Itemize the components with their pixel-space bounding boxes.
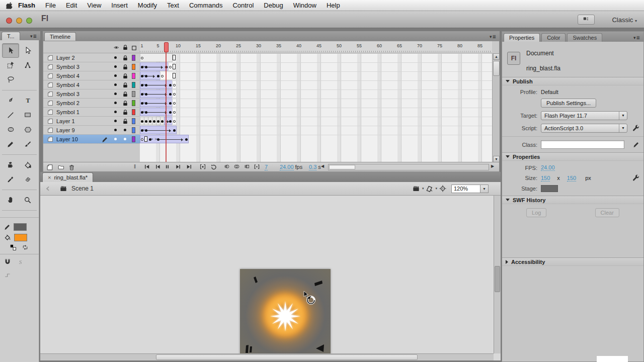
edit-symbols-button[interactable] (426, 185, 433, 192)
menu-flash[interactable]: Flash (13, 0, 40, 11)
stage-horizontal-scrollbar[interactable] (40, 353, 494, 360)
menu-insert[interactable]: Insert (106, 0, 133, 11)
ink-bottle-tool[interactable] (2, 157, 19, 172)
layer-lock-icon[interactable] (122, 73, 128, 79)
layer-row-layer-1[interactable]: Layer 1 (43, 117, 140, 126)
frames-row-symbol-2[interactable]: > (140, 99, 492, 108)
pen-tool[interactable] (2, 93, 19, 108)
menu-text[interactable]: Text (162, 0, 184, 11)
layer-row-layer-2[interactable]: Layer 2 (43, 53, 140, 62)
smooth-option[interactable]: S (18, 258, 24, 265)
menu-edit[interactable]: Edit (61, 0, 82, 11)
layer-lock-icon[interactable] (122, 82, 128, 88)
line-tool[interactable] (2, 108, 19, 122)
layer-outline-color-swatch[interactable] (132, 82, 135, 88)
menu-file[interactable]: File (40, 0, 61, 11)
stage-width-hot-text[interactable]: 150 (541, 175, 550, 182)
layer-outline-color-swatch[interactable] (132, 118, 135, 124)
pause-button[interactable] (165, 164, 170, 170)
menu-control[interactable]: Control (227, 0, 259, 11)
stage-color-swatch[interactable] (541, 185, 558, 192)
timeline-scroll-left-arrow[interactable]: ◀ (321, 164, 324, 168)
menu-help[interactable]: Help (321, 0, 345, 11)
text-tool[interactable]: T (19, 93, 36, 108)
timeline-horizontal-scrollbar[interactable] (328, 164, 489, 170)
layer-outline-color-swatch[interactable] (132, 127, 135, 133)
center-frame-button[interactable] (199, 164, 206, 170)
layer-outline-color-swatch[interactable] (132, 55, 135, 61)
workspace-switcher-button[interactable] (578, 15, 595, 25)
layer-visibility-dot[interactable] (114, 93, 117, 95)
menu-modify[interactable]: Modify (133, 0, 162, 11)
edit-scene-button[interactable] (412, 186, 420, 192)
stage-height-hot-text[interactable]: 150 (567, 175, 576, 182)
outline-all-layers-icon[interactable] (131, 45, 137, 51)
onion-skin-outlines-button[interactable] (233, 164, 240, 169)
layer-row-layer-9[interactable]: Layer 9 (43, 126, 140, 135)
stage-vscroll-thumb[interactable] (495, 266, 500, 292)
document-tab[interactable]: × ring_blast.fla* (42, 172, 93, 182)
layer-unlock-dot[interactable] (124, 138, 126, 140)
timeline-panel-menu-icon[interactable]: ▾≣ (490, 34, 497, 39)
lasso-tool[interactable] (2, 72, 19, 87)
eyedropper-tool[interactable] (2, 172, 19, 187)
layer-lock-icon[interactable] (122, 64, 128, 70)
default-colors-icon[interactable] (10, 244, 17, 251)
workspace-menu[interactable]: Classic ▾ (612, 16, 637, 24)
layer-lock-icon[interactable] (122, 118, 128, 125)
selection-tool[interactable] (2, 43, 19, 58)
layer-visibility-dot[interactable] (114, 83, 117, 86)
new-folder-button[interactable] (57, 164, 65, 170)
close-document-icon[interactable]: × (48, 173, 51, 182)
straighten-option[interactable] (4, 273, 11, 279)
layer-row-layer-10[interactable]: Layer 10 (43, 135, 140, 144)
brush-tool[interactable] (19, 137, 36, 151)
go-to-last-frame-button[interactable] (186, 164, 192, 170)
zoom-tool[interactable] (19, 193, 36, 207)
pencil-tool[interactable] (2, 137, 19, 151)
free-transform-tool[interactable] (2, 58, 19, 72)
layer-row-symbol-3[interactable]: Symbol 3 (43, 89, 140, 99)
layer-row-symbol-4[interactable]: Symbol 4 (43, 80, 140, 89)
timeline-vscroll-thumb[interactable] (493, 61, 500, 76)
layer-row-symbol-2[interactable]: Symbol 2 (43, 99, 140, 108)
polystar-tool[interactable] (19, 122, 36, 137)
edit-multiple-frames-button[interactable] (243, 164, 251, 169)
layer-unlock-dot[interactable] (124, 129, 126, 131)
layer-row-symbol-3[interactable]: Symbol 3 (43, 62, 140, 71)
elapsed-time-hot-text[interactable]: 0.3 (309, 164, 316, 170)
show-hide-all-layers-icon[interactable] (113, 45, 120, 51)
new-layer-button[interactable] (46, 164, 53, 171)
frames-row-symbol-4[interactable]: > (140, 71, 492, 80)
minimize-window-button[interactable] (16, 18, 22, 24)
tab-properties[interactable]: Properties (504, 33, 540, 42)
stage[interactable] (240, 269, 331, 353)
script-dropdown[interactable]: ActionScript 3.0▼ (541, 124, 627, 133)
layer-outline-color-swatch[interactable] (132, 109, 135, 115)
swf-log-button[interactable]: Log (526, 208, 546, 217)
layer-lock-icon[interactable] (122, 109, 128, 116)
tools-tab[interactable]: T... (2, 32, 20, 40)
timeline-tab[interactable]: Timeline (44, 32, 76, 41)
zoom-value[interactable]: 120% (451, 185, 480, 193)
timeline-scroll-right-arrow[interactable]: ▶ (491, 164, 494, 168)
fps-hot-text[interactable]: 24.00 (280, 164, 294, 170)
menu-debug[interactable]: Debug (259, 0, 288, 11)
delete-layer-button[interactable] (68, 164, 75, 171)
layer-visibility-dot[interactable] (114, 111, 117, 113)
layer-visibility-dot[interactable] (114, 56, 117, 59)
menu-commands[interactable]: Commands (184, 0, 227, 11)
properties-section-header[interactable]: Properties (502, 152, 643, 161)
subselection-tool[interactable] (19, 43, 36, 58)
stage-hscroll-thumb[interactable] (156, 354, 418, 360)
bone-tool[interactable] (19, 58, 36, 72)
pasteboard[interactable] (40, 196, 494, 353)
close-window-button[interactable] (6, 18, 12, 24)
lock-all-layers-icon[interactable] (122, 44, 128, 51)
zoom-window-button[interactable] (26, 18, 32, 24)
scene-breadcrumb[interactable]: Scene 1 (71, 185, 94, 192)
stroke-color-swatch[interactable] (14, 223, 27, 231)
layer-outline-color-swatch[interactable] (132, 91, 135, 97)
menu-view[interactable]: View (82, 0, 106, 11)
loop-button[interactable] (210, 164, 217, 170)
